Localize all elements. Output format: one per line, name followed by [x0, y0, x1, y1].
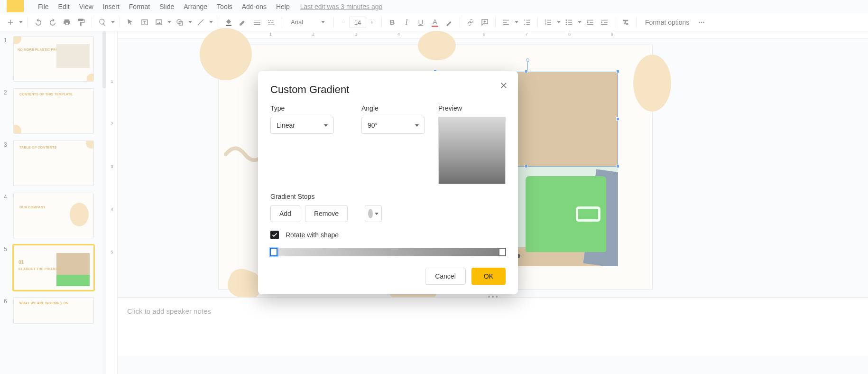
bulleted-list-dropdown[interactable] [577, 21, 582, 23]
notes-resize-grip[interactable] [488, 296, 498, 298]
custom-gradient-dialog: Custom Gradient Type Linear Angle 90° Pr… [258, 71, 518, 294]
select-tool[interactable] [124, 16, 137, 29]
gradient-track[interactable] [270, 248, 506, 256]
rotation-handle[interactable] [526, 58, 529, 62]
resize-handle[interactable] [525, 165, 528, 168]
slide-thumbnail[interactable]: 6 WHAT WE ARE WORKING ON [4, 297, 102, 324]
slide-thumbnail[interactable]: 5 0101 ABOUT THE PROJECT [4, 245, 102, 290]
ok-button[interactable]: OK [471, 268, 506, 285]
angle-label: Angle [361, 104, 438, 112]
border-weight-button[interactable] [250, 16, 264, 29]
slide-thumbnail[interactable]: 2 CONTENTS OF THIS TEMPLATE [4, 88, 102, 134]
type-label: Type [270, 104, 361, 112]
menu-view[interactable]: View [74, 1, 98, 12]
slide-number: 2 [4, 88, 13, 96]
clear-formatting-button[interactable] [619, 16, 632, 29]
resize-handle[interactable] [616, 117, 619, 121]
align-dropdown[interactable] [514, 21, 519, 23]
line-tool[interactable] [194, 16, 207, 29]
bold-button[interactable]: B [386, 16, 399, 29]
slide-number: 4 [4, 193, 13, 200]
gradient-stops-label: Gradient Stops [270, 193, 506, 200]
add-stop-button[interactable]: Add [270, 205, 300, 222]
vertical-ruler: 1 2 3 4 5 [106, 31, 118, 374]
new-slide-button[interactable] [4, 16, 17, 29]
more-button[interactable] [695, 16, 708, 29]
rotate-with-shape-checkbox[interactable] [270, 231, 279, 239]
slide-panel: 1 NO MORE PLASTIC PROJECT PROPOSAL 2 CON… [0, 31, 106, 374]
notes-placeholder: Click to add speaker notes [118, 298, 868, 325]
remove-stop-button[interactable]: Remove [305, 205, 348, 222]
cancel-button[interactable]: Cancel [425, 268, 466, 285]
font-select[interactable]: Arial [286, 16, 330, 29]
speaker-notes[interactable]: Click to add speaker notes [118, 297, 868, 356]
menu-tools[interactable]: Tools [212, 1, 237, 12]
increase-indent-button[interactable] [598, 16, 611, 29]
slide-thumbnail[interactable]: 1 NO MORE PLASTIC PROJECT PROPOSAL [4, 36, 102, 82]
menu-arrange[interactable]: Arrange [179, 1, 212, 12]
text-color-button[interactable]: A [428, 16, 442, 29]
undo-button[interactable] [32, 16, 45, 29]
line-spacing-button[interactable] [520, 16, 534, 29]
resize-handle[interactable] [616, 165, 619, 168]
svg-point-7 [566, 21, 567, 23]
menu-add-ons[interactable]: Add-ons [237, 1, 271, 12]
numbered-list-button[interactable]: 123 [542, 16, 555, 29]
resize-handle[interactable] [616, 70, 619, 73]
line-dropdown[interactable] [208, 21, 214, 23]
insert-comment-button[interactable] [478, 16, 491, 29]
redo-button[interactable] [46, 16, 59, 29]
shape-tool[interactable] [173, 16, 186, 29]
gradient-stop[interactable] [499, 248, 506, 256]
numbered-list-dropdown[interactable] [556, 21, 562, 23]
insert-link-button[interactable] [464, 16, 477, 29]
toolbar: Arial − 14 + B I U A 123 Format options [0, 13, 868, 31]
menu-insert[interactable]: Insert [98, 1, 124, 12]
stop-color-picker[interactable] [365, 205, 382, 222]
font-size-decrease[interactable]: − [338, 19, 349, 26]
gradient-stop[interactable] [270, 248, 277, 256]
shape-dropdown[interactable] [187, 21, 193, 23]
bulleted-list-button[interactable] [563, 16, 576, 29]
menu-slide[interactable]: Slide [155, 1, 179, 12]
align-button[interactable] [499, 16, 513, 29]
slide-thumbnail[interactable]: 3 TABLE OF CONTENTS [4, 140, 102, 186]
decrease-indent-button[interactable] [583, 16, 597, 29]
zoom-button[interactable] [96, 16, 109, 29]
menu-help[interactable]: Help [271, 1, 295, 12]
image-tool[interactable] [152, 16, 166, 29]
slide-number: 3 [4, 140, 13, 148]
font-size-input[interactable]: 14 [349, 17, 366, 28]
zoom-dropdown[interactable] [110, 21, 116, 23]
textbox-tool[interactable] [138, 16, 151, 29]
border-color-button[interactable] [236, 16, 249, 29]
image-dropdown[interactable] [166, 21, 172, 23]
menu-edit[interactable]: Edit [54, 1, 74, 12]
slide-number: 6 [4, 297, 13, 305]
border-dash-button[interactable] [265, 16, 278, 29]
svg-text:3: 3 [545, 23, 546, 26]
svg-point-8 [566, 24, 567, 25]
print-button[interactable] [60, 16, 74, 29]
italic-button[interactable]: I [400, 16, 413, 29]
close-icon[interactable] [498, 80, 509, 91]
thumbnail-scrollbar[interactable] [102, 31, 106, 374]
font-size-increase[interactable]: + [366, 19, 378, 26]
rotate-with-shape-label: Rotate with shape [286, 231, 339, 239]
slide-thumbnail[interactable]: 4 OUR COMPANY [4, 193, 102, 238]
highlight-button[interactable] [443, 16, 456, 29]
new-slide-dropdown[interactable] [18, 21, 24, 23]
menu-format[interactable]: Format [124, 1, 155, 12]
paint-format-button[interactable] [74, 16, 88, 29]
type-select[interactable]: Linear [270, 117, 334, 134]
format-options-button[interactable]: Format options [640, 19, 694, 26]
last-edit-link[interactable]: Last edit was 3 minutes ago [300, 3, 383, 10]
fill-color-button[interactable] [222, 16, 235, 29]
dialog-title: Custom Gradient [270, 84, 506, 96]
svg-rect-2 [226, 25, 231, 26]
underline-button[interactable]: U [414, 16, 427, 29]
resize-handle[interactable] [525, 70, 528, 73]
stop-color-swatch [368, 209, 373, 218]
angle-select[interactable]: 90° [361, 117, 425, 134]
menu-file[interactable]: File [33, 1, 54, 12]
